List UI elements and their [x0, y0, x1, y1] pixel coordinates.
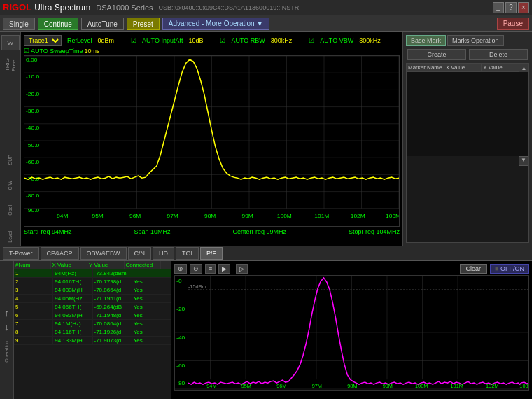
- ref-level-value: 0dBm: [98, 37, 115, 44]
- tab-toi[interactable]: TOI: [176, 247, 199, 260]
- trace-select[interactable]: Trace1: [24, 35, 62, 46]
- tabs-row: T-Power CP&ACP OBW&EBW C/N HD TOI P/F: [0, 246, 532, 261]
- svg-text:100M: 100M: [277, 213, 292, 219]
- spectrum-controls: Trace1 RefLevel 0dBm ☑ AUTO InputAtt 10d…: [24, 35, 400, 46]
- table-row[interactable]: 2 94.016TH( -70.7798(d Yes: [14, 278, 171, 286]
- autotune-button[interactable]: AutoTune: [81, 18, 124, 30]
- tab-hd[interactable]: HD: [153, 247, 174, 260]
- svg-text:-80.0: -80.0: [26, 193, 40, 200]
- clear-button[interactable]: Clear: [460, 264, 488, 274]
- bottom-area: ↑ ↓ Operation #Num X Value Y Value Conne…: [0, 261, 532, 399]
- svg-text:101M: 101M: [314, 213, 329, 219]
- center-freq: CenterFreq 99MHz: [232, 228, 286, 235]
- marker-table: Marker Name X Value Y Value ▲ ▼: [406, 63, 529, 243]
- table-row[interactable]: 4 94.05M(Hz -71.1951(d Yes: [14, 295, 171, 303]
- svg-text:99M: 99M: [383, 384, 393, 389]
- tab-pf[interactable]: P/F: [200, 247, 223, 260]
- col-conn: Connected: [125, 261, 162, 269]
- create-marker-button[interactable]: Create: [407, 49, 466, 60]
- marker-table-header: Marker Name X Value Y Value: [407, 64, 519, 72]
- svg-text:-50.0: -50.0: [26, 142, 40, 148]
- svg-text:-20.0: -20.0: [26, 91, 40, 97]
- svg-text:101M: 101M: [450, 384, 463, 389]
- auto-att-value: 10dB: [188, 37, 203, 44]
- waterfall-svg: -0 -20 -40 -60 -80 -15dBm 94M 95M 96M 97…: [175, 276, 528, 390]
- svg-text:97M: 97M: [312, 384, 322, 389]
- trace-icon[interactable]: Vv: [1, 35, 20, 50]
- svg-text:99M: 99M: [242, 213, 253, 219]
- spectrum-svg: 0.00 -10.0 -20.0 -30.0 -40.0 -50.0 -60.0…: [24, 56, 399, 226]
- svg-text:94M: 94M: [206, 384, 216, 389]
- svg-text:100M: 100M: [415, 384, 428, 389]
- single-button[interactable]: Single: [3, 18, 35, 30]
- wf-toolbar: ⊕ ⊖ ≡ ▶ ▷ Clear ■ OFF/ON: [174, 264, 529, 274]
- marker-tabs: Base Mark Marks Operation: [406, 35, 529, 46]
- svg-text:-60: -60: [176, 363, 186, 370]
- marker-scroll-down[interactable]: ▼: [519, 156, 528, 166]
- svg-text:-90.0: -90.0: [26, 207, 40, 214]
- minimize-button[interactable]: _: [493, 2, 504, 13]
- wf-arrow-right[interactable]: ▶: [218, 264, 230, 274]
- svg-text:102M: 102M: [351, 213, 365, 219]
- main-area: Vv TRIGFree SUP C.W Opel Level Trace1 Re…: [0, 32, 532, 246]
- col-num: #Num: [14, 261, 51, 269]
- spectrum-footer: StartFreq 94MHz Span 10MHz CenterFreq 99…: [24, 228, 400, 235]
- app-subtitle: Ultra Spectrum: [34, 3, 90, 13]
- svg-text:-15dBm: -15dBm: [188, 284, 206, 290]
- auto-att-label: AUTO InputAtt: [142, 37, 183, 44]
- arrow-down-icon[interactable]: ↓: [4, 321, 9, 332]
- close-button[interactable]: ×: [518, 2, 529, 13]
- tab-cpacp[interactable]: CP&ACP: [41, 247, 79, 260]
- series-label: DSA1000 Series: [96, 4, 153, 12]
- table-row[interactable]: 5 94.066TH( -69.264(dB Yes: [14, 303, 171, 312]
- svg-text:-0: -0: [176, 278, 182, 284]
- auto-rbw-label: AUTO RBW: [231, 37, 265, 44]
- waterfall-area: ⊕ ⊖ ≡ ▶ ▷ Clear ■ OFF/ON: [172, 261, 532, 399]
- delete-marker-button[interactable]: Delete: [469, 49, 528, 60]
- table-row[interactable]: 9 94.133M(H -71.9073(d Yes: [14, 337, 171, 345]
- table-row[interactable]: 8 94.116TH( -71.1926(d Yes: [14, 328, 171, 337]
- advanced-button[interactable]: Advanced - More Operation ▼: [162, 18, 270, 30]
- ref-level-label: RefLevel: [67, 37, 92, 44]
- onoff-button[interactable]: ■ OFF/ON: [490, 264, 529, 274]
- opel-label: Opel: [8, 205, 13, 216]
- preset-button[interactable]: Preset: [127, 18, 160, 30]
- sup-label: SUP: [8, 155, 13, 164]
- table-row[interactable]: 6 94.083M(H -71.1948(d Yes: [14, 312, 171, 320]
- tab-obwebw[interactable]: OBW&EBW: [80, 247, 127, 260]
- usb-info: USB::0x0400::0x09C4::DSA1A113600019::INS…: [159, 4, 491, 11]
- svg-text:95M: 95M: [92, 213, 104, 219]
- tab-cn[interactable]: C/N: [128, 247, 152, 260]
- auto-sweep-value: 10ms: [85, 48, 100, 55]
- arrow-up-icon[interactable]: ↑: [4, 307, 9, 318]
- wf-settings[interactable]: ≡: [205, 264, 216, 274]
- svg-text:-30.0: -30.0: [26, 108, 40, 114]
- base-mark-tab[interactable]: Base Mark: [406, 35, 446, 46]
- wf-arrow-right2[interactable]: ▷: [236, 264, 248, 274]
- marks-operation-tab[interactable]: Marks Operation: [447, 35, 504, 46]
- cw-label: C.W: [8, 181, 13, 190]
- wf-zoom-in[interactable]: ⊕: [174, 264, 187, 274]
- span-info: Span 10MHz: [134, 228, 170, 235]
- col-x: X Value: [51, 261, 88, 269]
- svg-text:96M: 96M: [276, 384, 286, 389]
- table-row[interactable]: 3 94.033M(H -70.8664(d Yes: [14, 286, 171, 295]
- marker-scroll[interactable]: ▲: [519, 64, 528, 72]
- continue-button[interactable]: Continue: [38, 18, 78, 30]
- svg-text:0.00: 0.00: [26, 57, 38, 63]
- help-button[interactable]: ?: [505, 2, 517, 13]
- marker-col-y: Y Value: [482, 64, 519, 71]
- wf-zoom-out[interactable]: ⊖: [190, 264, 202, 274]
- svg-text:98M: 98M: [204, 213, 216, 219]
- app-logo: RIGOL: [3, 2, 31, 13]
- left-sidebar: Vv TRIGFree SUP C.W Opel Level: [0, 32, 21, 246]
- auto-sweep-label: AUTO SweepTime: [31, 48, 83, 55]
- toolbar: Single Continue AutoTune Preset Advanced…: [0, 15, 532, 32]
- tab-tpower[interactable]: T-Power: [3, 247, 39, 260]
- data-table-header: #Num X Value Y Value Connected: [14, 261, 171, 270]
- table-row[interactable]: 1 94M(Hz) -73.842(dBm —: [14, 270, 171, 278]
- pause-button[interactable]: Pause: [497, 18, 529, 30]
- auto-vbw-value: 300kHz: [359, 37, 381, 44]
- table-row[interactable]: 7 94.1M(Hz) -70.0864(d Yes: [14, 320, 171, 328]
- svg-text:98M: 98M: [347, 384, 357, 389]
